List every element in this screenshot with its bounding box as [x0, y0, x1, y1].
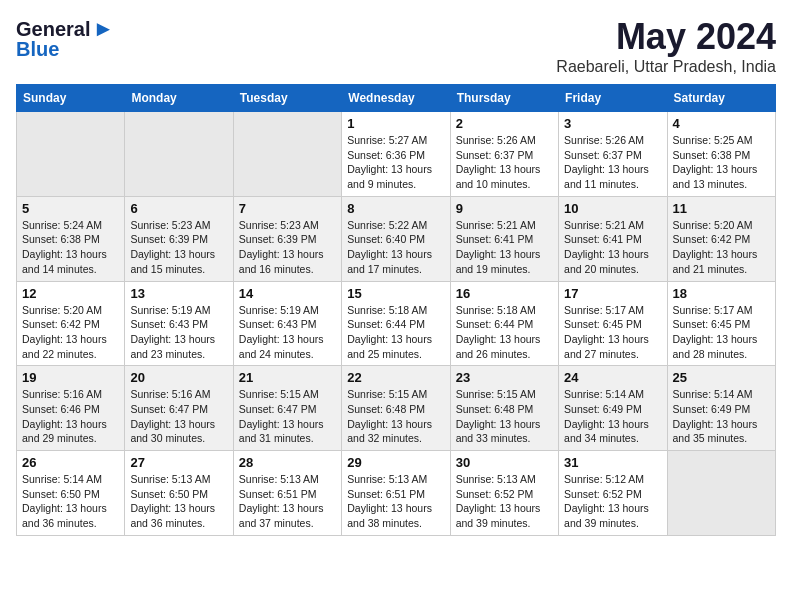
- day-number: 22: [347, 370, 444, 385]
- day-info: Sunrise: 5:21 AMSunset: 6:41 PMDaylight:…: [456, 218, 553, 277]
- day-info: Sunrise: 5:17 AMSunset: 6:45 PMDaylight:…: [564, 303, 661, 362]
- header-friday: Friday: [559, 85, 667, 112]
- calendar-location: Raebareli, Uttar Pradesh, India: [556, 58, 776, 76]
- day-info: Sunrise: 5:17 AMSunset: 6:45 PMDaylight:…: [673, 303, 770, 362]
- day-number: 20: [130, 370, 227, 385]
- calendar-cell: 29Sunrise: 5:13 AMSunset: 6:51 PMDayligh…: [342, 451, 450, 536]
- calendar-week-row: 5Sunrise: 5:24 AMSunset: 6:38 PMDaylight…: [17, 196, 776, 281]
- calendar-cell: 16Sunrise: 5:18 AMSunset: 6:44 PMDayligh…: [450, 281, 558, 366]
- day-info: Sunrise: 5:22 AMSunset: 6:40 PMDaylight:…: [347, 218, 444, 277]
- calendar-cell: 19Sunrise: 5:16 AMSunset: 6:46 PMDayligh…: [17, 366, 125, 451]
- calendar-cell: 21Sunrise: 5:15 AMSunset: 6:47 PMDayligh…: [233, 366, 341, 451]
- day-info: Sunrise: 5:18 AMSunset: 6:44 PMDaylight:…: [456, 303, 553, 362]
- logo-bird-icon: ►: [92, 16, 114, 42]
- calendar-cell: 17Sunrise: 5:17 AMSunset: 6:45 PMDayligh…: [559, 281, 667, 366]
- header-monday: Monday: [125, 85, 233, 112]
- calendar-cell: 18Sunrise: 5:17 AMSunset: 6:45 PMDayligh…: [667, 281, 775, 366]
- day-number: 26: [22, 455, 119, 470]
- day-number: 12: [22, 286, 119, 301]
- day-number: 2: [456, 116, 553, 131]
- calendar-cell: 6Sunrise: 5:23 AMSunset: 6:39 PMDaylight…: [125, 196, 233, 281]
- day-info: Sunrise: 5:13 AMSunset: 6:52 PMDaylight:…: [456, 472, 553, 531]
- calendar-cell: 3Sunrise: 5:26 AMSunset: 6:37 PMDaylight…: [559, 112, 667, 197]
- day-info: Sunrise: 5:13 AMSunset: 6:51 PMDaylight:…: [347, 472, 444, 531]
- day-number: 6: [130, 201, 227, 216]
- day-info: Sunrise: 5:14 AMSunset: 6:49 PMDaylight:…: [673, 387, 770, 446]
- calendar-cell: 30Sunrise: 5:13 AMSunset: 6:52 PMDayligh…: [450, 451, 558, 536]
- calendar-cell: [667, 451, 775, 536]
- day-number: 11: [673, 201, 770, 216]
- calendar-cell: 1Sunrise: 5:27 AMSunset: 6:36 PMDaylight…: [342, 112, 450, 197]
- day-info: Sunrise: 5:27 AMSunset: 6:36 PMDaylight:…: [347, 133, 444, 192]
- calendar-cell: 22Sunrise: 5:15 AMSunset: 6:48 PMDayligh…: [342, 366, 450, 451]
- day-info: Sunrise: 5:26 AMSunset: 6:37 PMDaylight:…: [564, 133, 661, 192]
- day-number: 19: [22, 370, 119, 385]
- header-thursday: Thursday: [450, 85, 558, 112]
- page-header: General ► Blue May 2024 Raebareli, Uttar…: [16, 16, 776, 76]
- day-info: Sunrise: 5:21 AMSunset: 6:41 PMDaylight:…: [564, 218, 661, 277]
- day-number: 27: [130, 455, 227, 470]
- calendar-cell: 27Sunrise: 5:13 AMSunset: 6:50 PMDayligh…: [125, 451, 233, 536]
- day-info: Sunrise: 5:15 AMSunset: 6:47 PMDaylight:…: [239, 387, 336, 446]
- day-info: Sunrise: 5:23 AMSunset: 6:39 PMDaylight:…: [130, 218, 227, 277]
- calendar-cell: 4Sunrise: 5:25 AMSunset: 6:38 PMDaylight…: [667, 112, 775, 197]
- day-info: Sunrise: 5:14 AMSunset: 6:50 PMDaylight:…: [22, 472, 119, 531]
- header-tuesday: Tuesday: [233, 85, 341, 112]
- day-number: 8: [347, 201, 444, 216]
- day-number: 10: [564, 201, 661, 216]
- day-number: 13: [130, 286, 227, 301]
- day-number: 18: [673, 286, 770, 301]
- calendar-title: May 2024: [556, 16, 776, 58]
- calendar-cell: 14Sunrise: 5:19 AMSunset: 6:43 PMDayligh…: [233, 281, 341, 366]
- day-number: 15: [347, 286, 444, 301]
- calendar-table: Sunday Monday Tuesday Wednesday Thursday…: [16, 84, 776, 536]
- calendar-cell: 28Sunrise: 5:13 AMSunset: 6:51 PMDayligh…: [233, 451, 341, 536]
- calendar-cell: 13Sunrise: 5:19 AMSunset: 6:43 PMDayligh…: [125, 281, 233, 366]
- calendar-week-row: 1Sunrise: 5:27 AMSunset: 6:36 PMDaylight…: [17, 112, 776, 197]
- calendar-cell: 26Sunrise: 5:14 AMSunset: 6:50 PMDayligh…: [17, 451, 125, 536]
- day-number: 4: [673, 116, 770, 131]
- day-info: Sunrise: 5:12 AMSunset: 6:52 PMDaylight:…: [564, 472, 661, 531]
- calendar-cell: 11Sunrise: 5:20 AMSunset: 6:42 PMDayligh…: [667, 196, 775, 281]
- calendar-cell: 31Sunrise: 5:12 AMSunset: 6:52 PMDayligh…: [559, 451, 667, 536]
- day-info: Sunrise: 5:13 AMSunset: 6:50 PMDaylight:…: [130, 472, 227, 531]
- day-number: 23: [456, 370, 553, 385]
- calendar-week-row: 12Sunrise: 5:20 AMSunset: 6:42 PMDayligh…: [17, 281, 776, 366]
- day-info: Sunrise: 5:19 AMSunset: 6:43 PMDaylight:…: [130, 303, 227, 362]
- day-number: 16: [456, 286, 553, 301]
- day-info: Sunrise: 5:19 AMSunset: 6:43 PMDaylight:…: [239, 303, 336, 362]
- calendar-cell: 23Sunrise: 5:15 AMSunset: 6:48 PMDayligh…: [450, 366, 558, 451]
- calendar-cell: 20Sunrise: 5:16 AMSunset: 6:47 PMDayligh…: [125, 366, 233, 451]
- day-number: 1: [347, 116, 444, 131]
- day-number: 5: [22, 201, 119, 216]
- calendar-cell: 7Sunrise: 5:23 AMSunset: 6:39 PMDaylight…: [233, 196, 341, 281]
- day-number: 9: [456, 201, 553, 216]
- day-number: 3: [564, 116, 661, 131]
- day-number: 24: [564, 370, 661, 385]
- day-info: Sunrise: 5:16 AMSunset: 6:47 PMDaylight:…: [130, 387, 227, 446]
- day-number: 30: [456, 455, 553, 470]
- calendar-cell: 2Sunrise: 5:26 AMSunset: 6:37 PMDaylight…: [450, 112, 558, 197]
- calendar-week-row: 26Sunrise: 5:14 AMSunset: 6:50 PMDayligh…: [17, 451, 776, 536]
- day-number: 14: [239, 286, 336, 301]
- calendar-cell: [17, 112, 125, 197]
- header-sunday: Sunday: [17, 85, 125, 112]
- header-row: Sunday Monday Tuesday Wednesday Thursday…: [17, 85, 776, 112]
- calendar-cell: [233, 112, 341, 197]
- day-info: Sunrise: 5:20 AMSunset: 6:42 PMDaylight:…: [673, 218, 770, 277]
- calendar-cell: 9Sunrise: 5:21 AMSunset: 6:41 PMDaylight…: [450, 196, 558, 281]
- calendar-week-row: 19Sunrise: 5:16 AMSunset: 6:46 PMDayligh…: [17, 366, 776, 451]
- calendar-cell: 5Sunrise: 5:24 AMSunset: 6:38 PMDaylight…: [17, 196, 125, 281]
- day-info: Sunrise: 5:14 AMSunset: 6:49 PMDaylight:…: [564, 387, 661, 446]
- calendar-cell: [125, 112, 233, 197]
- calendar-cell: 25Sunrise: 5:14 AMSunset: 6:49 PMDayligh…: [667, 366, 775, 451]
- day-info: Sunrise: 5:18 AMSunset: 6:44 PMDaylight:…: [347, 303, 444, 362]
- day-number: 29: [347, 455, 444, 470]
- header-saturday: Saturday: [667, 85, 775, 112]
- day-info: Sunrise: 5:23 AMSunset: 6:39 PMDaylight:…: [239, 218, 336, 277]
- day-info: Sunrise: 5:25 AMSunset: 6:38 PMDaylight:…: [673, 133, 770, 192]
- day-number: 31: [564, 455, 661, 470]
- header-wednesday: Wednesday: [342, 85, 450, 112]
- day-info: Sunrise: 5:24 AMSunset: 6:38 PMDaylight:…: [22, 218, 119, 277]
- day-info: Sunrise: 5:20 AMSunset: 6:42 PMDaylight:…: [22, 303, 119, 362]
